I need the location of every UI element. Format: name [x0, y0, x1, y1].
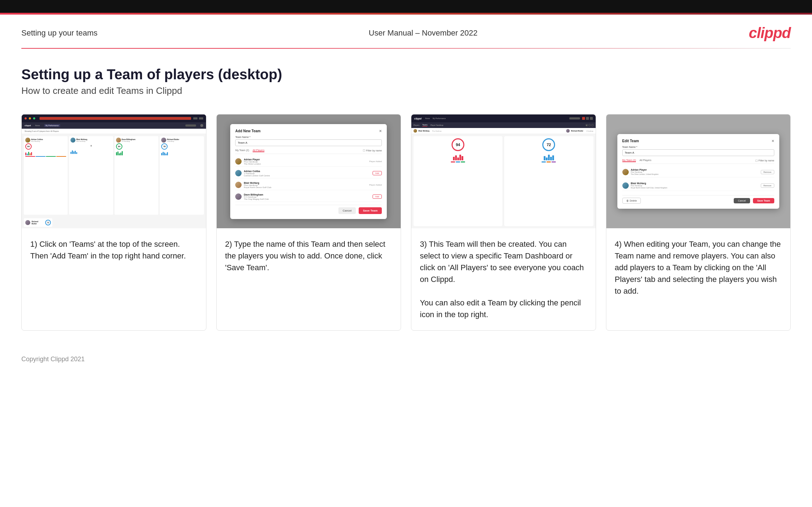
modal2-close-icon[interactable]: ✕ [379, 129, 382, 133]
step-2-text: 2) Type the name of this Team and then s… [217, 228, 401, 330]
modal4-save-button[interactable]: Save Team [753, 198, 774, 203]
modal4-filter: Filter by name [755, 159, 774, 162]
step-1-screenshot: clippd Home My Performance Showing 5 out… [22, 114, 206, 228]
modal4-player-name-1: Adrian Player [631, 169, 759, 171]
main-content: Setting up a Team of players (desktop) H… [0, 49, 812, 345]
modal2-title: Add New Team [235, 129, 260, 133]
modal2-cancel-button[interactable]: Cancel [338, 207, 356, 214]
modal4-team-name-label: Team Name * [622, 146, 774, 148]
add-player-4-button[interactable]: Add [373, 194, 382, 199]
modal4-delete-button[interactable]: 🗑 Delete [622, 198, 641, 204]
player-club-1: Plus HandicapThe Shire London [244, 161, 367, 165]
step-1-text: 1) Click on 'Teams' at the top of the sc… [22, 228, 206, 330]
header-manual-label: User Manual – November 2022 [369, 28, 478, 38]
player-club-2: 1 HandicapCentral London Golf Centre [244, 172, 370, 177]
header: Setting up your teams User Manual – Nove… [0, 15, 812, 48]
step-2-screenshot: Add New Team ✕ Team Name * My Team (2) A… [217, 114, 401, 228]
player-club-4: 5.5 HandicapThe Gog Magog Golf Club [244, 196, 370, 200]
modal4-player-row-2: Blair McHarg Plus Handicap Royal North D… [622, 180, 774, 191]
modal4-player-name-2: Blair McHarg [631, 182, 759, 185]
step-4-text: 4) When editing your Team, you can chang… [606, 228, 791, 330]
top-bar [0, 0, 812, 13]
player-status-1: Player Added [369, 160, 382, 162]
footer: Copyright Clippd 2021 [0, 345, 812, 374]
player-row-2: Adrian Coliba 1 HandicapCentral London G… [235, 169, 382, 178]
modal2-save-button[interactable]: Save Team [359, 207, 382, 214]
modal2-tab-all-players[interactable]: All Players [253, 149, 264, 152]
header-section-label: Setting up your teams [21, 28, 97, 38]
step-3-screenshot: clippd Home My Performance Players [411, 114, 596, 228]
player-avatar-3 [235, 182, 242, 188]
modal4-player-row-1: Adrian Player Plus Handicap The Shire Lo… [622, 167, 774, 177]
modal2-team-name-label: Team Name * [235, 136, 382, 138]
add-player-2-button[interactable]: Add [373, 171, 382, 175]
modal4-cancel-button[interactable]: Cancel [734, 198, 750, 203]
player-row-3: Blair McHarg Plus HandicapRoyal North De… [235, 180, 382, 190]
step-3-text1: 3) This Team will then be created. You c… [411, 228, 596, 330]
player-avatar-4 [235, 193, 242, 200]
step-1-card: clippd Home My Performance Showing 5 out… [21, 114, 206, 331]
modal2-player-list: Adrian Player Plus HandicapThe Shire Lon… [235, 157, 382, 202]
modal4-player-detail2-2: Royal North Devon Golf Club, United King… [631, 187, 759, 189]
player-status-3: Player Added [369, 184, 382, 186]
modal4-tab-all-players[interactable]: All Players [639, 159, 651, 162]
modal4-tab-my-team[interactable]: My Team (2) [622, 159, 636, 162]
page-subtitle: How to create and edit Teams in Clippd [21, 85, 791, 96]
player-avatar-2 [235, 170, 242, 176]
modal4-avatar-1 [622, 169, 629, 175]
modal4-title: Edit Team [622, 139, 639, 143]
player-row-1: Adrian Player Plus HandicapThe Shire Lon… [235, 157, 382, 167]
modal4-player-detail2-1: The Shire London, United Kingdom [631, 173, 759, 175]
step-2-card: Add New Team ✕ Team Name * My Team (2) A… [216, 114, 401, 331]
modal2-team-name-input[interactable] [235, 139, 382, 146]
player-club-3: Plus HandicapRoyal North Devon Golf Club [244, 184, 367, 188]
step-4-card: Edit Team ✕ Team Name * My Team (2) All … [606, 114, 791, 331]
modal2-filter: Filter by name [363, 149, 382, 152]
modal4-remove-player-1-button[interactable]: Remove [761, 170, 774, 174]
page-title: Setting up a Team of players (desktop) [21, 66, 791, 82]
player-avatar-1 [235, 158, 242, 165]
trash-icon: 🗑 [626, 199, 629, 202]
player-row-4: Dave Billingham 5.5 HandicapThe Gog Mago… [235, 192, 382, 202]
step-4-screenshot: Edit Team ✕ Team Name * My Team (2) All … [606, 114, 791, 228]
player-name-2: Adrian Coliba [244, 170, 370, 172]
clippd-logo: clippd [749, 25, 791, 42]
modal4-avatar-2 [622, 182, 629, 189]
modal4-remove-player-2-button[interactable]: Remove [761, 183, 774, 188]
copyright-text: Copyright Clippd 2021 [21, 356, 85, 363]
steps-grid: clippd Home My Performance Showing 5 out… [21, 114, 791, 331]
player-name-3: Blair McHarg [244, 182, 367, 184]
modal4-close-icon[interactable]: ✕ [771, 139, 774, 143]
player-name-1: Adrian Player [244, 158, 367, 161]
step-3-card: clippd Home My Performance Players [411, 114, 596, 331]
player-name-4: Dave Billingham [244, 193, 370, 196]
modal2-tab-my-team[interactable]: My Team (2) [235, 149, 249, 152]
modal4-team-name-input[interactable] [622, 149, 774, 156]
